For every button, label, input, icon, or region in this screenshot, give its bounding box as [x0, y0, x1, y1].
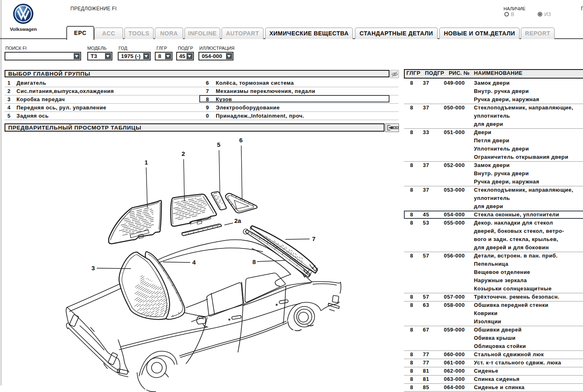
svg-text:2a: 2a	[234, 217, 241, 224]
svg-text:6: 6	[239, 137, 243, 144]
svg-text:3: 3	[91, 264, 95, 271]
svg-text:2: 2	[182, 150, 185, 157]
svg-text:7: 7	[312, 235, 315, 242]
svg-text:4: 4	[192, 259, 196, 266]
svg-text:1: 1	[145, 159, 148, 166]
svg-text:8: 8	[252, 258, 256, 265]
svg-text:5: 5	[217, 141, 220, 148]
